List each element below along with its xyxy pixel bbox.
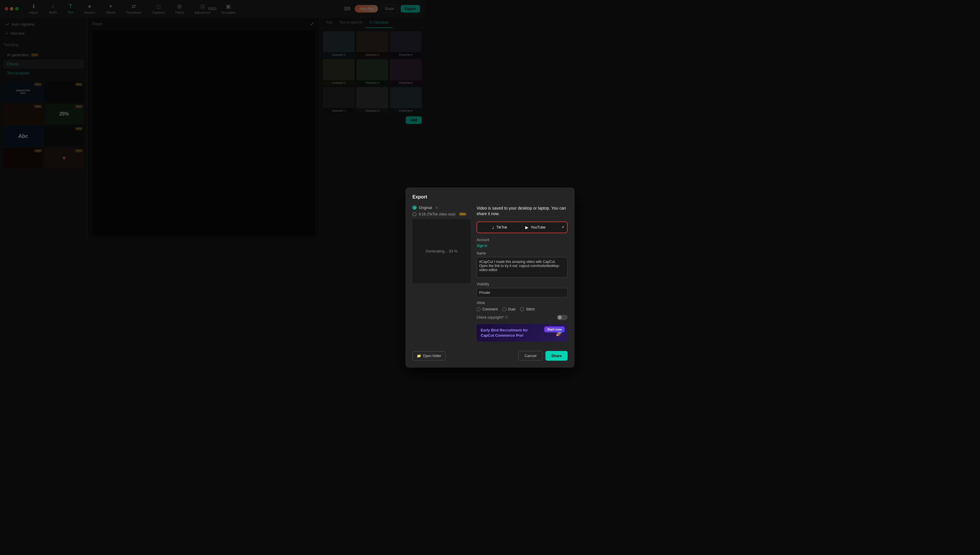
format-original-option[interactable]: Original ∧	[413, 205, 425, 210]
format-original-radio	[413, 205, 416, 210]
modal-left: Original ∧ 9:16 (TikTok video size) PRO …	[413, 205, 425, 238]
video-preview: Generating... 33 %	[413, 219, 425, 238]
modal-content: Original ∧ 9:16 (TikTok video size) PRO …	[413, 205, 425, 238]
format-916-radio	[413, 212, 416, 216]
modal-title: Export	[413, 194, 425, 200]
modal-overlay: Export Original ∧ 9:16 (TikTok video siz…	[0, 0, 425, 238]
format-916-label: 9:16 (TikTok video size)	[419, 212, 425, 216]
format-original-label: Original	[419, 205, 425, 210]
format-916-option[interactable]: 9:16 (TikTok video size) PRO	[413, 212, 425, 216]
export-modal: Export Original ∧ 9:16 (TikTok video siz…	[405, 188, 425, 238]
